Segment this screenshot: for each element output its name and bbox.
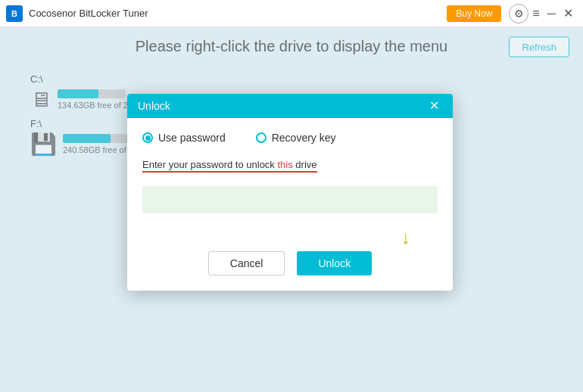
arrow-area: ↓ xyxy=(142,229,438,247)
cancel-button[interactable]: Cancel xyxy=(208,251,285,275)
password-prompt-highlight: this xyxy=(277,159,292,170)
titlebar-icons: ⚙ xyxy=(509,4,528,23)
app-icon-letter: B xyxy=(11,9,17,18)
radio-password-label: Use password xyxy=(158,132,226,144)
radio-recovery-option[interactable]: Recovery key xyxy=(256,132,336,144)
app-title: Cocosenor BitLocker Tuner xyxy=(29,8,447,19)
radio-password-option[interactable]: Use password xyxy=(142,132,226,144)
password-input[interactable] xyxy=(142,186,438,213)
arrow-down-icon: ↓ xyxy=(401,229,410,247)
unlock-dialog: Unlock ✕ Use password Recovery key Enter… xyxy=(127,94,453,291)
password-prompt-text: Enter your password to unlock this drive xyxy=(142,159,317,173)
dialog-title: Unlock xyxy=(138,100,170,112)
radio-recovery-circle xyxy=(256,132,267,143)
dialog-body: Use password Recovery key Enter your pas… xyxy=(127,118,453,291)
app-icon: B xyxy=(6,5,23,22)
titlebar: B Cocosenor BitLocker Tuner Buy Now ⚙ ≡ … xyxy=(0,0,583,27)
radio-recovery-label: Recovery key xyxy=(272,132,336,144)
dialog-titlebar: Unlock ✕ xyxy=(127,94,453,118)
password-prompt-area: Enter your password to unlock this drive xyxy=(142,157,438,179)
unlock-button[interactable]: Unlock xyxy=(297,251,372,275)
radio-group: Use password Recovery key xyxy=(142,132,438,144)
settings-icon[interactable]: ⚙ xyxy=(509,4,528,23)
dialog-buttons: Cancel Unlock xyxy=(142,251,438,275)
password-input-wrapper xyxy=(142,186,438,213)
main-area: Please right-click the drive to display … xyxy=(0,27,583,392)
dialog-close-button[interactable]: ✕ xyxy=(426,100,442,112)
buy-now-button[interactable]: Buy Now xyxy=(447,5,501,22)
close-icon[interactable]: ✕ xyxy=(560,6,577,20)
radio-password-circle xyxy=(142,132,153,143)
menu-icon[interactable]: ≡ xyxy=(528,7,543,20)
minimize-icon[interactable]: ─ xyxy=(544,7,560,20)
